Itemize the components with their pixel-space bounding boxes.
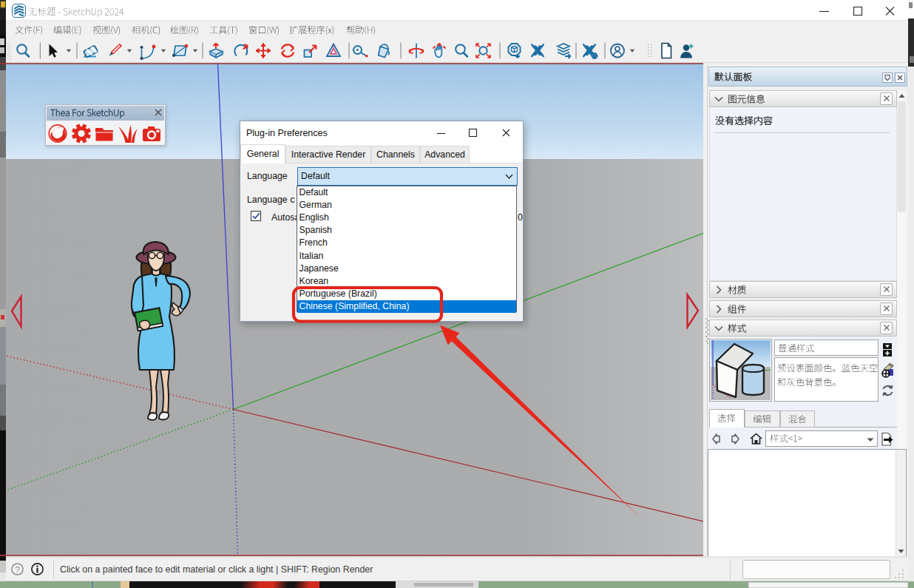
svg-text:?: ? [15,565,19,574]
